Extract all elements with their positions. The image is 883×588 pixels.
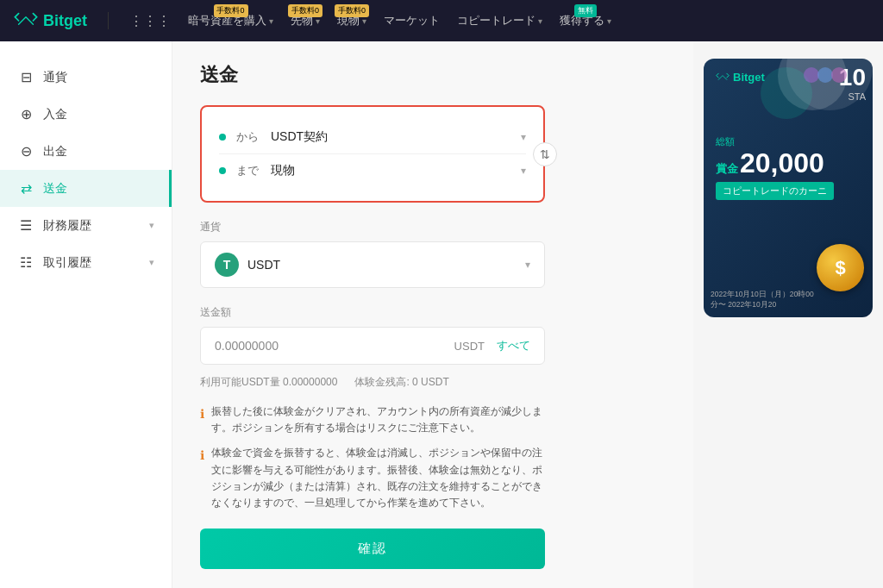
amount-all-button[interactable]: すべて xyxy=(497,338,530,353)
chevron-futures: ▾ xyxy=(316,16,320,26)
ad-prize-label: 総額 xyxy=(716,135,861,148)
usdt-symbol: T xyxy=(223,258,231,272)
from-label: から xyxy=(236,129,260,145)
chevron-earn: ▾ xyxy=(607,16,611,26)
ad-amount-row: 賞金 20,000 xyxy=(716,148,861,178)
warning-item-2: ℹ 体験金で資金を振替すると、体験金は消滅し、ポジションや保留中の注文に影響を与… xyxy=(200,445,545,511)
badge-spot: 手数料0 xyxy=(335,4,369,17)
ad-subtitle: コピートレードのカーニ xyxy=(716,182,834,200)
nav-copytrade[interactable]: コピートレード ▾ xyxy=(457,13,542,28)
sidebar-item-deposit[interactable]: ⊕ 入金 xyxy=(0,96,172,133)
right-panel: Bitget 10 STA 総額 賞金 20,000 xyxy=(693,41,883,588)
currency-icon: ⊟ xyxy=(17,69,34,85)
to-label: まで xyxy=(236,163,260,178)
nav-earn[interactable]: 無料 獲得する ▾ xyxy=(560,13,611,28)
ad-prize-unit: 賞金 xyxy=(716,161,738,177)
person-3 xyxy=(831,67,847,83)
warning-icon-1: ℹ xyxy=(200,404,204,436)
sidebar-item-financial-history[interactable]: ☰ 財務履歴 ▾ xyxy=(0,207,172,244)
nav-market[interactable]: マーケット xyxy=(384,13,440,28)
from-value: USDT契約 xyxy=(271,129,510,145)
sidebar-item-currency[interactable]: ⊟ 通貨 xyxy=(0,59,172,96)
amount-currency-label: USDT xyxy=(454,340,485,353)
transfer-icon: ⇄ xyxy=(17,180,34,197)
trade-history-icon: ☷ xyxy=(17,254,34,271)
logo-text: Bitget xyxy=(43,12,87,30)
transfer-to-row[interactable]: まで 現物 ▾ xyxy=(219,153,526,187)
badge-buy: 手数料0 xyxy=(213,4,247,17)
warning-text-2: 体験金で資金を振替すると、体験金は消滅し、ポジションや保留中の注文に影響を与える… xyxy=(211,445,545,511)
sidebar: ⊟ 通貨 ⊕ 入金 ⊖ 出金 ⇄ 送金 ☰ 財務履歴 ▾ ☷ 取引履歴 ▾ xyxy=(0,41,172,588)
currency-section-label: 通貨 xyxy=(200,220,666,235)
main-layout: ⊟ 通貨 ⊕ 入金 ⊖ 出金 ⇄ 送金 ☰ 財務履歴 ▾ ☷ 取引履歴 ▾ 送金 xyxy=(0,41,883,588)
nav-grid-icon[interactable]: ⋮⋮⋮ xyxy=(129,13,171,29)
available-label: 利用可能USDT量 xyxy=(200,376,280,388)
nav-copytrade-label: コピートレード xyxy=(457,13,535,28)
nav-divider xyxy=(108,12,109,29)
usdt-icon: T xyxy=(215,253,239,277)
ad-date: 2022年10月10日（月）20時00分〜 2022年10月20 xyxy=(711,290,823,310)
to-chevron: ▾ xyxy=(521,165,526,177)
ad-logo-text: Bitget xyxy=(733,71,765,84)
page-title: 送金 xyxy=(200,62,666,88)
transfer-from-row[interactable]: から USDT契約 ▾ xyxy=(219,121,526,153)
badge-earn: 無料 xyxy=(574,4,597,17)
amount-section: USDT すべて xyxy=(200,327,545,365)
currency-name: USDT xyxy=(247,258,517,272)
logo[interactable]: Bitget xyxy=(14,12,87,30)
warning-text-1: 振替した後に体験金がクリアされ、アカウント内の所有資産が減少します。ポジションを… xyxy=(211,403,545,436)
transfer-box: から USDT契約 ▾ まで 現物 ▾ ⇅ xyxy=(200,105,545,203)
chevron-spot: ▾ xyxy=(362,16,366,26)
ad-start: STA xyxy=(848,91,866,102)
chevron-buy: ▾ xyxy=(269,16,273,26)
sidebar-trade-label: 取引履歴 xyxy=(43,255,91,271)
available-value: 0.00000000 xyxy=(283,376,337,388)
header: Bitget ⋮⋮⋮ 手数料0 暗号資産を購入 ▾ 手数料0 先物 ▾ 手数料0… xyxy=(0,0,883,41)
amount-input[interactable] xyxy=(215,339,446,353)
sidebar-item-trade-history[interactable]: ☷ 取引履歴 ▾ xyxy=(0,244,172,281)
content-area: 送金 から USDT契約 ▾ まで 現物 ▾ ⇅ 通貨 T USDT xyxy=(172,41,693,588)
ad-banner[interactable]: Bitget 10 STA 総額 賞金 20,000 xyxy=(704,59,873,317)
sidebar-financial-label: 財務履歴 xyxy=(43,218,91,234)
to-value: 現物 xyxy=(271,163,510,178)
sidebar-transfer-label: 送金 xyxy=(43,181,67,197)
ad-amount: 20,000 xyxy=(740,148,824,178)
badge-futures: 手数料0 xyxy=(288,4,323,17)
chevron-financial: ▾ xyxy=(149,220,154,231)
ad-people xyxy=(804,67,847,83)
ad-coin: $ xyxy=(817,244,864,291)
currency-chevron: ▾ xyxy=(525,259,530,271)
coin-symbol: $ xyxy=(835,257,845,279)
from-chevron: ▾ xyxy=(521,131,526,143)
nav-futures[interactable]: 手数料0 先物 ▾ xyxy=(291,13,320,28)
deposit-icon: ⊕ xyxy=(17,106,34,122)
ad-prize-area: 総額 賞金 20,000 xyxy=(716,135,861,178)
nav-buy-crypto[interactable]: 手数料0 暗号資産を購入 ▾ xyxy=(188,13,273,28)
sidebar-item-withdrawal[interactable]: ⊖ 出金 xyxy=(0,133,172,170)
withdrawal-icon: ⊖ xyxy=(17,143,34,160)
chevron-trade: ▾ xyxy=(149,257,154,268)
warning-item-1: ℹ 振替した後に体験金がクリアされ、アカウント内の所有資産が減少します。ポジショ… xyxy=(200,403,545,436)
from-dot xyxy=(219,134,226,141)
chevron-copytrade: ▾ xyxy=(538,16,542,26)
available-info: 利用可能USDT量 0.00000000 xyxy=(200,375,337,390)
info-row: 利用可能USDT量 0.00000000 体験金残高: 0 USDT xyxy=(200,375,545,390)
sidebar-deposit-label: 入金 xyxy=(43,107,67,122)
to-dot xyxy=(219,167,226,174)
amount-box: USDT すべて xyxy=(200,327,545,365)
currency-selector[interactable]: T USDT ▾ xyxy=(200,241,545,288)
sidebar-currency-label: 通貨 xyxy=(43,70,67,85)
sidebar-withdrawal-label: 出金 xyxy=(43,144,67,160)
financial-history-icon: ☰ xyxy=(17,217,34,234)
sidebar-item-transfer[interactable]: ⇄ 送金 xyxy=(0,170,172,207)
swap-button[interactable]: ⇅ xyxy=(533,142,557,166)
nav-market-label: マーケット xyxy=(384,13,440,28)
amount-section-label: 送金額 xyxy=(200,305,666,320)
confirm-button[interactable]: 確認 xyxy=(200,529,545,569)
warning-icon-2: ℹ xyxy=(200,446,204,511)
trial-balance: 体験金残高: 0 USDT xyxy=(354,375,448,390)
warning-section: ℹ 振替した後に体験金がクリアされ、アカウント内の所有資産が減少します。ポジショ… xyxy=(200,403,545,511)
nav-spot[interactable]: 手数料0 現物 ▾ xyxy=(337,13,366,28)
